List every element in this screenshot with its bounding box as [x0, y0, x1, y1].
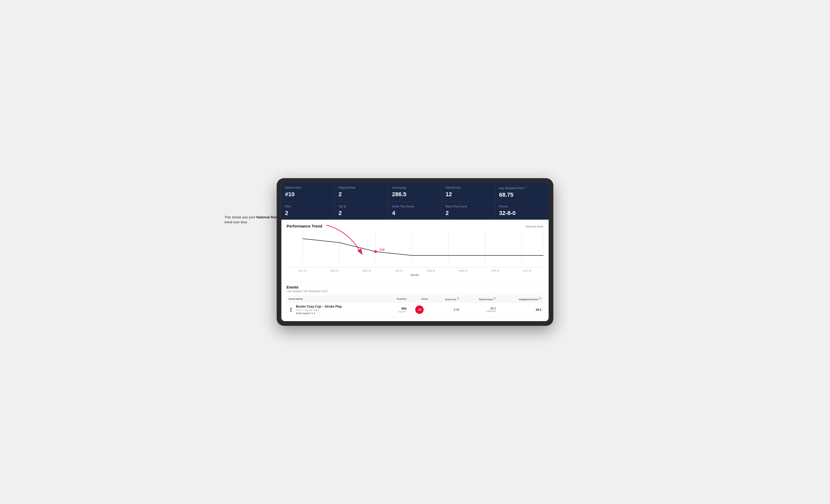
event-total-points-sub: 3 Rounds [464, 310, 496, 312]
event-icon: 🏌️ [289, 307, 294, 312]
performance-header: Performance Trend National Rank [287, 224, 543, 228]
stat-regional-rank-label: Regional Rank [339, 186, 384, 190]
stat-record-label: Record [499, 205, 545, 208]
chart-svg: #10 [287, 231, 543, 267]
col-event-name: Event Name [287, 295, 385, 303]
x-label-oct23: OCT 23 [287, 269, 319, 272]
col-total-points: Total Points ⓘ [461, 295, 498, 303]
events-section: Events Last updated: 24th November 2023 … [287, 282, 543, 317]
svg-text:#10: #10 [379, 248, 384, 251]
performance-title: Performance Trend [287, 224, 322, 228]
chart-x-labels: OCT 23 NOV 23 DEC 23 JAN 24 FEB 24 MAR 2… [287, 268, 543, 273]
events-table: Event Name Position Score Event SG ⓘ Tot… [287, 295, 543, 317]
annotation-bold: National Rank [256, 215, 279, 219]
events-table-head: Event Name Position Score Event SG ⓘ Tot… [287, 295, 543, 303]
stat-total-rounds: Total Rounds 12 [442, 183, 495, 201]
score-badge: -22 [415, 305, 424, 314]
col-weighted-points: Weighted Points ⓘ [498, 295, 543, 303]
event-weighted-points-value: 28.3 [536, 308, 541, 311]
col-event-sg: Event SG ⓘ [430, 295, 461, 303]
stats-row-1: National Rank #10 Regional Rank 2 Scorin… [281, 183, 549, 201]
annotation-text-before: This shows you your [224, 215, 256, 219]
rank-impact-value: 3 [311, 312, 313, 314]
event-total-points-value: 28.3 [464, 307, 496, 310]
performance-section: Performance Trend National Rank [287, 224, 543, 276]
stat-wins-label: Wins [285, 205, 331, 208]
tablet-screen: National Rank #10 Regional Rank 2 Scorin… [281, 183, 549, 321]
chart-x-axis-title: Months [287, 274, 543, 276]
stat-avg-weighted: Avg. Weighted Points ⓘ 68.75 [496, 183, 549, 201]
stat-avg-weighted-value: 68.75 [499, 192, 545, 198]
annotation-text-after: trend over time [224, 220, 247, 224]
annotation: This shows you your National Rank trend … [224, 215, 282, 225]
event-name-text: Buster Cozy Cup – Stroke Play Oct 9 – Oc… [296, 305, 342, 314]
stat-stroke-play-label: Stroke Play Events [392, 205, 438, 208]
x-label-dec23: DEC 23 [351, 269, 383, 272]
table-row: 🏌️ Buster Cozy Cup – Stroke Play Oct 9 –… [287, 303, 543, 317]
stat-match-play-value: 2 [446, 210, 491, 216]
event-position-cell: 6th out of 7 [385, 303, 409, 317]
events-last-updated: Last updated: 24th November 2023 [287, 290, 543, 293]
rank-impact-arrow: ▼ [314, 312, 316, 314]
col-score: Score [409, 295, 430, 303]
stat-national-rank-label: National Rank [285, 186, 331, 190]
stat-wins-value: 2 [285, 210, 331, 216]
svg-point-9 [374, 250, 377, 253]
stat-match-play: Match Play Events 2 [442, 202, 495, 220]
scene: This shows you your National Rank trend … [277, 178, 553, 326]
weighted-points-info-icon: ⓘ [539, 297, 541, 300]
performance-chart: #10 [287, 231, 543, 267]
stat-wins: Wins 2 [281, 202, 334, 220]
stat-scoring-avg: Scoring Avg. 286.5 [388, 183, 442, 201]
events-title: Events [287, 285, 543, 289]
stat-top3s-label: Top 3s [339, 205, 384, 208]
x-label-mar24: MAR 24 [447, 269, 479, 272]
content-area: Performance Trend National Rank [281, 220, 549, 321]
stat-record-value: 32-8-0 [499, 210, 545, 216]
stat-regional-rank: Regional Rank 2 [335, 183, 388, 201]
event-rank-impact: Rank Impact: 3 ▼ [296, 312, 316, 314]
tablet-frame: National Rank #10 Regional Rank 2 Scorin… [277, 178, 553, 326]
x-label-feb24: FEB 24 [415, 269, 447, 272]
x-label-may24: MAY 24 [511, 269, 543, 272]
stat-avg-weighted-label: Avg. Weighted Points ⓘ [499, 186, 545, 190]
event-position: 6th [387, 306, 407, 310]
stat-total-rounds-label: Total Rounds [446, 186, 491, 190]
stat-match-play-label: Match Play Events [446, 205, 491, 208]
events-table-body: 🏌️ Buster Cozy Cup – Stroke Play Oct 9 –… [287, 303, 543, 317]
stat-record: Record 32-8-0 [496, 202, 549, 220]
event-sg-value: 0.45 [454, 308, 459, 311]
x-label-nov23: NOV 23 [319, 269, 351, 272]
event-weighted-points-cell: 28.3 [498, 303, 543, 317]
stats-row-2: Wins 2 Top 3s 2 Stroke Play Events 4 Mat… [281, 201, 549, 220]
event-name: Buster Cozy Cup – Stroke Play [296, 305, 342, 308]
stat-stroke-play-value: 4 [392, 210, 438, 216]
event-name-cell: 🏌️ Buster Cozy Cup – Stroke Play Oct 9 –… [287, 303, 385, 317]
event-sg-info-icon: ⓘ [457, 297, 459, 300]
x-label-jan24: JAN 24 [383, 269, 415, 272]
stat-scoring-avg-value: 286.5 [392, 191, 438, 198]
event-sg-cell: 0.45 [430, 303, 461, 317]
x-label-apr24: APR 24 [479, 269, 511, 272]
stat-regional-rank-value: 2 [339, 191, 384, 198]
avg-weighted-info-icon: ⓘ [524, 186, 527, 189]
stat-national-rank-value: #10 [285, 191, 331, 198]
stat-national-rank: National Rank #10 [281, 183, 334, 201]
event-name-wrapper: 🏌️ Buster Cozy Cup – Stroke Play Oct 9 –… [289, 305, 383, 314]
stat-top3s-value: 2 [339, 210, 384, 216]
stat-top3s: Top 3s 2 [335, 202, 388, 220]
event-total-points-cell: 28.3 3 Rounds [461, 303, 498, 317]
events-table-header-row: Event Name Position Score Event SG ⓘ Tot… [287, 295, 543, 303]
stat-scoring-avg-label: Scoring Avg. [392, 186, 438, 190]
total-points-info-icon: ⓘ [493, 297, 496, 300]
col-position: Position [385, 295, 409, 303]
stat-total-rounds-value: 12 [446, 191, 491, 198]
performance-subtitle: National Rank [525, 225, 543, 228]
stat-stroke-play: Stroke Play Events 4 [388, 202, 442, 220]
event-position-sub: out of 7 [387, 310, 407, 313]
event-dates: Oct 9 – Oct 10, 2023 [296, 309, 319, 311]
event-score-cell: -22 [409, 303, 430, 317]
